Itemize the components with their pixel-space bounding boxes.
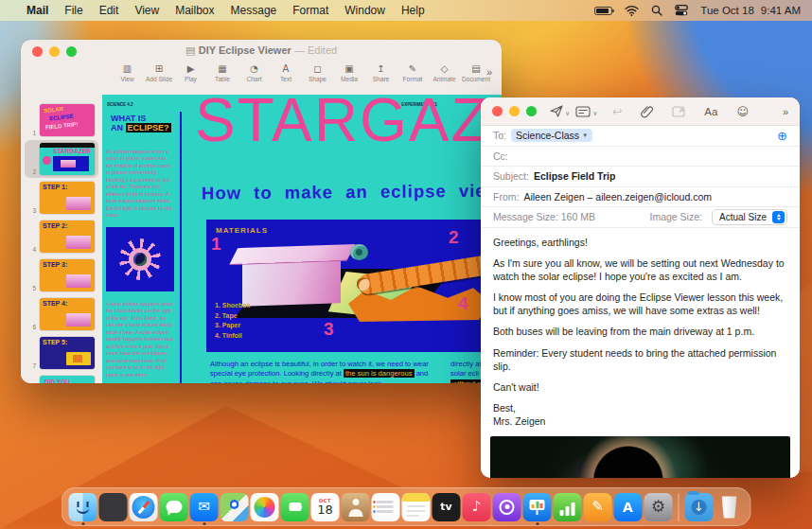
body-paragraph: Can't wait! [493,381,787,395]
menu-window[interactable]: Window [344,4,385,17]
dock-icon-trash[interactable] [715,493,744,521]
add-slide-button[interactable]: ⊞Add Slide [144,62,175,82]
cc-field[interactable]: Cc: [481,147,800,168]
text-button[interactable]: AText [271,62,302,82]
materials-label: MATERIALS [216,226,268,235]
eclipse-paragraph: An eclipse happens when a moon or planet… [106,149,174,220]
body-paragraph: Greetings, earthlings! [493,237,787,250]
menu-format[interactable]: Format [292,4,328,17]
dock-icon-mail[interactable]: ✉ [190,493,219,521]
menu-bar-clock[interactable]: Tue Oct 189:41 AM [700,5,801,16]
stepper-icon [772,211,785,223]
wifi-icon[interactable] [625,6,639,16]
add-recipient-icon[interactable]: ⊕ [777,129,787,143]
keynote-toolbar: ▥View ⊞Add Slide ▶Play ▦Table ◔Chart ATe… [21,62,502,95]
share-button[interactable]: ↥Share [365,62,397,82]
attach-icon[interactable] [641,105,653,118]
to-field[interactable]: To: Science-Class▼ ⊕ [481,126,800,147]
minimize-button[interactable] [509,106,520,116]
from-field[interactable]: From: Aileen Zeigen – aileen.zeigen@iclo… [481,187,800,208]
image-size-select[interactable]: Actual Size [712,209,787,225]
dock-icon-tv[interactable]: tv [432,493,461,521]
message-body[interactable]: Greetings, earthlings! As I'm sure you a… [481,228,800,429]
eclipse-highlight: ECLIPSE? [126,123,171,132]
dock-icon-pages[interactable]: ✎ [584,493,612,521]
dock-icon-facetime[interactable] [281,493,309,521]
thumbnail-art: STEP 5: [40,337,95,369]
dock-icon-photos[interactable] [251,493,279,521]
table-button[interactable]: ▦Table [207,62,238,82]
zoom-button[interactable] [526,106,537,116]
spotlight-search-icon[interactable] [651,5,662,16]
what-is-heading: WHAT IS AN ECLIPSE? [111,114,171,133]
menu-mailbox[interactable]: Mailbox [175,4,214,17]
dock-icon-safari[interactable] [130,493,158,521]
size-row: Message Size: 160 MB Image Size: Actual … [481,207,800,228]
thumbnail-art: SOLAR ECLIPSE FIELD TRIP! [40,104,95,136]
dock-icon-app-store[interactable]: A [614,493,643,521]
slide-headline: STARGAZER [195,95,502,155]
dock-icon-messages[interactable] [160,493,188,521]
dock-icon-notes[interactable] [402,493,431,521]
dock-icon-calendar[interactable]: OCT18 [311,493,340,521]
battery-icon[interactable] [594,7,612,15]
slide-thumbnail-3[interactable]: 3 STEP 1: [26,182,97,214]
slide-thumbnail-7[interactable]: 7 STEP 5: [26,337,97,369]
dock-icon-podcasts[interactable] [493,493,521,521]
dock: ✉ OCT18 tv ♪ ✎ A ⚙ ↓ [62,487,751,526]
body-paragraph: As I'm sure you all know, we will be set… [493,257,787,284]
menu-edit[interactable]: Edit [99,4,119,17]
control-center-icon[interactable] [675,5,688,16]
view-button[interactable]: ▥View [112,62,143,82]
animate-icon: ◇ [441,62,449,75]
keynote-body: 1 SOLAR ECLIPSE FIELD TRIP! 2 STARGAZER [21,95,502,383]
slide-thumbnail-1[interactable]: 1 SOLAR ECLIPSE FIELD TRIP! [26,104,97,136]
slide-thumbnail-5[interactable]: 5 STEP 3: [26,259,97,291]
chart-button[interactable]: ◔Chart [238,62,270,82]
slide-canvas[interactable]: SCIENCE 4.2 EXPERIMENT #11 WHAT IS AN EC… [102,95,502,383]
play-button[interactable]: ▶Play [175,62,206,82]
shape-icon: ◻ [313,62,321,75]
menu-message[interactable]: Message [231,4,277,17]
format-text-button[interactable]: Aa [704,106,717,117]
dock-icon-reminders[interactable] [372,493,400,521]
dock-icon-numbers[interactable] [554,493,582,521]
format-button[interactable]: ✎Format [397,62,429,82]
dock-icon-system-settings[interactable]: ⚙ [644,493,673,521]
dock-icon-music[interactable]: ♪ [463,493,491,521]
shape-button[interactable]: ◻Shape [302,62,333,82]
emoji-icon[interactable]: ☺ [736,105,749,118]
send-options-chevron-icon[interactable]: ∨ [565,110,570,117]
menu-mail[interactable]: Mail [26,4,48,17]
slide-thumbnail-6[interactable]: 6 STEP 4: [26,298,97,330]
mail-toolbar: ∨ ∨ ↩ Aa ☺ » [481,97,800,126]
close-button[interactable] [492,106,503,116]
format-icon: ✎ [409,62,416,75]
dock-icon-downloads[interactable]: ↓ [685,493,714,521]
recipient-token[interactable]: Science-Class▼ [511,129,592,142]
dock-icon-keynote[interactable] [523,493,552,521]
slide-thumbnail-2-selected[interactable]: 2 STARGAZER [25,140,98,178]
eclipse-photo-attachment[interactable] [490,436,790,478]
menu-help[interactable]: Help [401,4,425,17]
dock-icon-maps[interactable] [221,493,249,521]
science-label: SCIENCE 4.2 [107,102,133,107]
header-fields-icon[interactable] [575,106,591,117]
menu-view[interactable]: View [134,4,159,17]
dock-icon-contacts[interactable] [342,493,370,521]
toolbar-overflow-chevron[interactable]: » [783,106,788,117]
slide-thumbnail-8[interactable]: 8 DID YOU KNOW... [26,376,97,383]
add-slide-icon: ⊞ [155,62,163,75]
dock-icon-launchpad[interactable] [99,493,128,521]
toolbar-overflow-chevron[interactable]: » [486,66,492,78]
column-divider [180,112,182,383]
animate-button[interactable]: ◇Animate [429,62,460,82]
send-icon[interactable] [550,105,563,117]
window-controls [492,106,537,116]
menu-file[interactable]: File [64,4,82,17]
media-button[interactable]: ▣Media [334,62,365,82]
header-fields-chevron-icon[interactable]: ∨ [592,110,597,117]
dock-icon-finder[interactable] [69,493,97,521]
subject-field[interactable]: Subject: Eclipse Field Trip [481,167,800,187]
slide-thumbnail-4[interactable]: 4 STEP 2: [26,220,97,253]
